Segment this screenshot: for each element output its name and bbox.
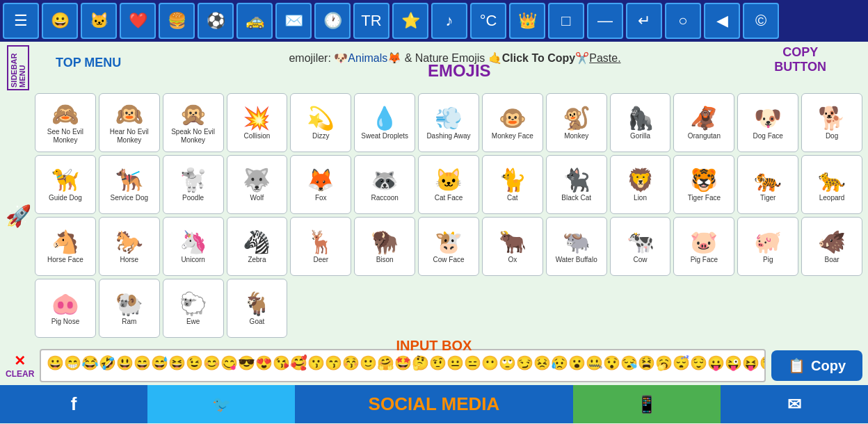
travel-icon[interactable]: 🚕 [236, 3, 273, 39]
emoji-cell[interactable]: 🐵 Monkey Face [482, 93, 543, 152]
whatsapp-button[interactable]: 📱 [573, 385, 721, 423]
emoji-cell[interactable]: 🐆 Leopard [801, 155, 862, 214]
emoji-cell[interactable]: 🦌 Deer [290, 217, 351, 276]
emoji-label: Water Buffalo [556, 256, 597, 264]
emoji-label: Orangutan [688, 132, 721, 140]
hamburger-menu[interactable]: ☰ [3, 3, 39, 39]
cat-icon[interactable]: 🐱 [81, 3, 117, 39]
emoji-icon: 🦬 [371, 231, 399, 253]
emoji-cell[interactable]: 🙊 Speak No Evil Monkey [163, 93, 224, 152]
emoji-icon: 💫 [307, 107, 335, 129]
emoji-icon: 🐮 [435, 231, 463, 253]
clear-label: CLEAR [6, 369, 34, 379]
email-button[interactable]: ✉ [721, 385, 868, 423]
enter-icon[interactable]: ↵ [626, 3, 662, 39]
emoji-cell[interactable]: 🐶 Dog Face [737, 93, 798, 152]
copyright-icon[interactable]: © [743, 3, 779, 39]
emoji-icon: 🐱 [435, 169, 463, 191]
emoji-cell[interactable]: 🐏 Ram [99, 279, 160, 338]
emoji-cell[interactable]: 🐕‍🦺 Service Dog [99, 155, 160, 214]
left-icon[interactable]: ◀ [704, 3, 740, 39]
emoji-label: Black Cat [561, 194, 591, 202]
animals-link[interactable]: Animals [348, 52, 387, 64]
emoji-cell[interactable]: 🦝 Raccoon [354, 155, 415, 214]
emoji-label: Dog Face [753, 132, 783, 140]
emoji-input[interactable]: 😀😁😂🤣😃😄😅😆😉😊😋😎😍😘🥰😗😙😚🙂🤗🤩🤔🤨😐😑😶🙄😏😣😥😮🤐😯😪😫🥱😴😌😛😜… [40, 349, 766, 382]
emoji-cell[interactable]: 🐴 Horse Face [35, 217, 96, 276]
emoji-cell[interactable]: 🐺 Wolf [227, 155, 288, 214]
emoji-cell[interactable]: 🐖 Pig [737, 217, 798, 276]
emoji-icon: 🦝 [371, 169, 399, 191]
emoji-cell[interactable]: 🐕 Dog [801, 93, 862, 152]
heart-icon[interactable]: ❤️ [120, 3, 156, 39]
emoji-icon: 🦍 [627, 107, 654, 129]
sports-icon[interactable]: ⚽ [198, 3, 234, 39]
dash-icon[interactable]: — [587, 3, 623, 39]
emoji-cell[interactable]: 🙉 Hear No Evil Monkey [99, 93, 160, 152]
emoji-cell[interactable]: 🐩 Poodle [163, 155, 224, 214]
emoji-cell[interactable]: 🐂 Ox [482, 217, 543, 276]
twitter-button[interactable]: 🐦 [147, 385, 295, 423]
emoji-cell[interactable]: 🦁 Lion [610, 155, 671, 214]
emojis-container: 🚀 🙈 See No Evil Monkey 🙉 Hear No Evil Mo… [0, 90, 868, 341]
emoji-cell[interactable]: 🐽 Pig Nose [35, 279, 96, 338]
emoji-cell[interactable]: 🐃 Water Buffalo [546, 217, 607, 276]
music-icon[interactable]: ♪ [431, 3, 467, 39]
copy-action-button[interactable]: 📋 Copy [771, 350, 862, 381]
emoji-icon[interactable]: 😀 [42, 3, 78, 39]
emoji-cell[interactable]: 🦓 Zebra [227, 217, 288, 276]
emoji-cell[interactable]: 🐯 Tiger Face [673, 155, 734, 214]
emoji-cell[interactable]: 🐈 Cat [482, 155, 543, 214]
shape-icon[interactable]: □ [548, 3, 584, 39]
emoji-icon: 🐖 [754, 231, 782, 253]
emoji-label: Leopard [819, 194, 845, 202]
clock-icon[interactable]: 🕐 [314, 3, 351, 39]
emoji-cell[interactable]: 🐅 Tiger [737, 155, 798, 214]
emoji-cell[interactable]: 🐈‍⬛ Black Cat [546, 155, 607, 214]
emoji-cell[interactable]: 🐒 Monkey [546, 93, 607, 152]
emoji-cell[interactable]: 💨 Dashing Away [418, 93, 479, 152]
emoji-icon: 🐃 [563, 231, 590, 253]
emoji-label: Goat [250, 318, 265, 326]
emoji-cell[interactable]: 💧 Sweat Droplets [354, 93, 415, 152]
emoji-cell[interactable]: 🦬 Bison [354, 217, 415, 276]
emoji-cell[interactable]: 🐄 Cow [610, 217, 671, 276]
emoji-icon: 🦧 [690, 107, 718, 129]
clear-button[interactable]: ✕ CLEAR [6, 352, 34, 379]
emoji-cell[interactable]: 🦄 Unicorn [163, 217, 224, 276]
star-icon[interactable]: ⭐ [392, 3, 428, 39]
emoji-cell[interactable]: 🐑 Ewe [163, 279, 224, 338]
weather-icon[interactable]: °C [470, 3, 506, 39]
emoji-cell[interactable]: 💥 Collision [227, 93, 288, 152]
emoji-cell[interactable]: 🐮 Cow Face [418, 217, 479, 276]
emoji-cell[interactable]: 🐱 Cat Face [418, 155, 479, 214]
emoji-label: Pig Face [691, 256, 718, 264]
emoji-cell[interactable]: 🐗 Boar [801, 217, 862, 276]
emoji-cell[interactable]: 💫 Dizzy [290, 93, 351, 152]
circle-icon[interactable]: ○ [665, 3, 701, 39]
emoji-icon: 🙈 [51, 103, 79, 125]
emoji-cell[interactable]: 🦧 Orangutan [673, 93, 734, 152]
emoji-cell[interactable]: 🦊 Fox [290, 155, 351, 214]
emoji-icon: 🦮 [51, 169, 79, 191]
emoji-icon: 🐶 [754, 107, 782, 129]
emoji-cell[interactable]: 🦮 Guide Dog [35, 155, 96, 214]
flag-icon[interactable]: TR [353, 3, 389, 39]
emoji-cell[interactable]: 🦍 Gorilla [610, 93, 671, 152]
emoji-cell[interactable]: 🐎 Horse [99, 217, 160, 276]
copy-label: Copy [811, 358, 846, 374]
crown-icon[interactable]: 👑 [509, 3, 545, 39]
emoji-label: Pig Nose [51, 318, 80, 326]
emoji-cell[interactable]: 🐐 Goat [227, 279, 288, 338]
emoji-label: Ox [508, 256, 517, 264]
emoji-label: Pig [763, 256, 773, 264]
emoji-label: Monkey [564, 132, 588, 140]
emoji-icon: 🦓 [243, 231, 271, 253]
emoji-cell[interactable]: 🙈 See No Evil Monkey [35, 93, 96, 152]
food-icon[interactable]: 🍔 [159, 3, 195, 39]
mail-icon[interactable]: ✉️ [275, 3, 312, 39]
facebook-button[interactable]: f [0, 385, 147, 423]
emoji-icon: 🐒 [563, 107, 590, 129]
emoji-cell[interactable]: 🐷 Pig Face [673, 217, 734, 276]
social-media-label: SOCIAL MEDIA [295, 385, 573, 423]
